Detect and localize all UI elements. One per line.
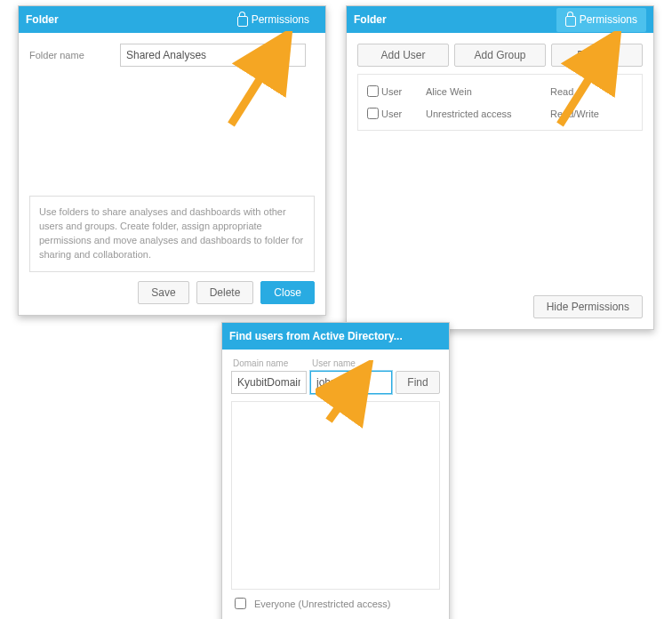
permissions-tab[interactable]: Permissions [556, 8, 646, 32]
dialog-body: Domain name User name Find Everyone (Unr… [222, 350, 449, 619]
everyone-label: Everyone (Unrestricted access) [254, 599, 390, 609]
dialog-header: Find users from Active Directory... [222, 323, 449, 350]
table-row[interactable]: User Unrestricted access Read/Write [364, 102, 636, 125]
permissions-dialog: Folder Permissions Add User Add Group Re… [346, 5, 654, 330]
row-name: Unrestricted access [426, 109, 550, 119]
hide-permissions-button[interactable]: Hide Permissions [533, 295, 643, 318]
close-button[interactable]: Close [260, 281, 315, 304]
dialog-header: Folder Permissions [19, 6, 325, 33]
dialog-body: Add User Add Group Remove User Alice Wei… [347, 33, 653, 329]
dialog-header: Folder Permissions [347, 6, 653, 33]
permissions-list: User Alice Wein Read User Unrestricted a… [357, 74, 643, 131]
results-list [231, 401, 440, 590]
permissions-tab-label: Permissions [252, 13, 309, 26]
find-button[interactable]: Find [396, 371, 440, 394]
dialog-title: Folder [354, 13, 556, 26]
dialog-body: Folder name Use folders to share analyse… [19, 33, 325, 315]
row-checkbox[interactable] [367, 108, 379, 119]
folder-dialog: Folder Permissions Folder name Use folde… [18, 5, 326, 316]
row-name: Alice Wein [426, 86, 550, 97]
add-group-button[interactable]: Add Group [454, 44, 546, 67]
row-type: User [381, 109, 426, 119]
find-users-dialog: Find users from Active Directory... Doma… [221, 322, 450, 619]
table-row[interactable]: User Alice Wein Read [364, 80, 636, 102]
lock-icon [565, 16, 576, 27]
add-user-button[interactable]: Add User [357, 44, 449, 67]
username-label: User name [312, 358, 392, 368]
permissions-tab[interactable]: Permissions [228, 8, 318, 32]
row-checkbox[interactable] [367, 85, 379, 97]
remove-button[interactable]: Remove [551, 44, 643, 67]
lock-icon [237, 16, 248, 27]
delete-button[interactable]: Delete [196, 281, 254, 304]
row-perm: Read/Write [550, 109, 636, 119]
folder-name-input[interactable] [120, 44, 306, 67]
row-perm: Read [550, 86, 636, 97]
folder-name-label: Folder name [29, 50, 109, 60]
help-text: Use folders to share analyses and dashbo… [29, 196, 315, 272]
save-button[interactable]: Save [138, 281, 188, 304]
everyone-checkbox[interactable] [235, 598, 246, 609]
domain-label: Domain name [233, 358, 307, 368]
dialog-title: Folder [26, 13, 228, 26]
row-type: User [381, 86, 426, 97]
permissions-tab-label: Permissions [580, 13, 637, 26]
username-input[interactable] [310, 371, 392, 394]
domain-input[interactable] [231, 371, 307, 394]
dialog-title: Find users from Active Directory... [229, 330, 442, 342]
